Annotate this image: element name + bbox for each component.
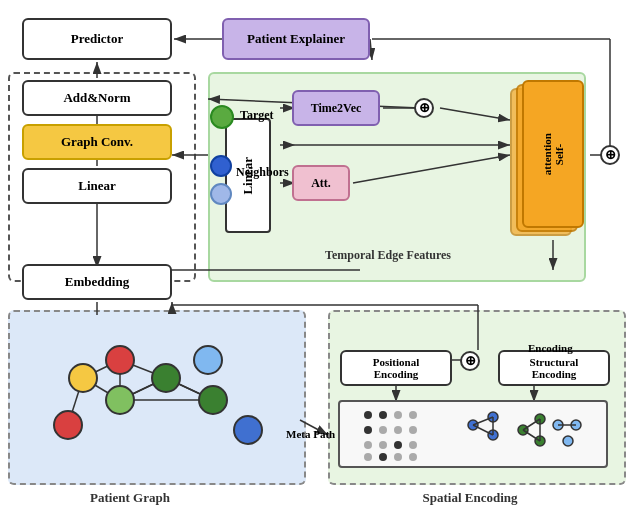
diagram-container: Predictor Patient Explainer Add&Norm Gra… — [0, 0, 640, 508]
time2vec-box: Time2Vec — [292, 90, 380, 126]
target-circle — [210, 105, 234, 129]
embedding-box: Embedding — [22, 264, 172, 300]
svg-line-73 — [523, 419, 540, 430]
embedding-label: Embedding — [65, 274, 129, 290]
svg-point-62 — [394, 453, 402, 461]
svg-point-58 — [394, 441, 402, 449]
svg-point-54 — [394, 426, 402, 434]
svg-point-57 — [379, 441, 387, 449]
dot-matrix-svg — [358, 405, 430, 463]
svg-point-50 — [394, 411, 402, 419]
att-label: Att. — [311, 176, 331, 191]
svg-point-51 — [409, 411, 417, 419]
svg-line-74 — [523, 430, 540, 441]
linear-inner-box: Linear — [22, 168, 172, 204]
patient-graph-label: Patient Graph — [60, 490, 200, 506]
addnorm-label: Add&Norm — [63, 90, 130, 106]
svg-point-59 — [409, 441, 417, 449]
patient-explainer-label: Patient Explainer — [247, 31, 345, 47]
predictor-label: Predictor — [71, 31, 123, 47]
svg-point-49 — [379, 411, 387, 419]
target-label: Target — [240, 108, 274, 123]
svg-point-52 — [364, 426, 372, 434]
graphconv-box: Graph Conv. — [22, 124, 172, 160]
structural-encoding-box: StructuralEncoding — [498, 350, 610, 386]
struct-encoding-label: StructuralEncoding — [530, 356, 579, 380]
positional-encoding-box: PositionalEncoding — [340, 350, 452, 386]
plus-operator-temporal: ⊕ — [414, 98, 434, 118]
pos-encoding-label: PositionalEncoding — [373, 356, 419, 380]
plus-operator-spatial: ⊕ — [460, 351, 480, 371]
att-box: Att. — [292, 165, 350, 201]
plus-symbol: ⊕ — [419, 100, 430, 116]
svg-point-79 — [563, 436, 573, 446]
time2vec-label: Time2Vec — [311, 101, 362, 116]
self-attention-label: Self-attention — [541, 133, 565, 175]
self-attention-box-front: Self-attention — [522, 80, 584, 228]
neighbors-label: Neighbors — [236, 165, 289, 180]
svg-point-63 — [409, 453, 417, 461]
plus-symbol-2: ⊕ — [465, 353, 476, 369]
svg-point-53 — [379, 426, 387, 434]
plus-symbol-3: ⊕ — [605, 147, 616, 163]
spatial-encoding-label: Spatial Encoding — [400, 490, 540, 506]
neighbor-circle-1 — [210, 155, 232, 177]
encoding-label: Encoding — [528, 342, 573, 354]
patient-graph-block-region — [8, 310, 306, 485]
addnorm-box: Add&Norm — [22, 80, 172, 116]
meta-path-label: Meta Path — [286, 428, 335, 441]
neighbor-circle-2 — [210, 183, 232, 205]
svg-point-55 — [409, 426, 417, 434]
small-graphs-svg — [458, 405, 588, 463]
predictor-box: Predictor — [22, 18, 172, 60]
plus-operator-right: ⊕ — [600, 145, 620, 165]
svg-line-68 — [473, 425, 493, 435]
svg-point-61 — [379, 453, 387, 461]
linear-inner-label: Linear — [78, 178, 116, 194]
spatial-inner-box — [338, 400, 608, 468]
temporal-edge-features-label: Temporal Edge Features — [325, 248, 451, 263]
svg-point-48 — [364, 411, 372, 419]
patient-explainer-box: Patient Explainer — [222, 18, 370, 60]
svg-point-56 — [364, 441, 372, 449]
graphconv-label: Graph Conv. — [61, 134, 133, 150]
svg-point-60 — [364, 453, 372, 461]
svg-line-10 — [370, 39, 372, 60]
